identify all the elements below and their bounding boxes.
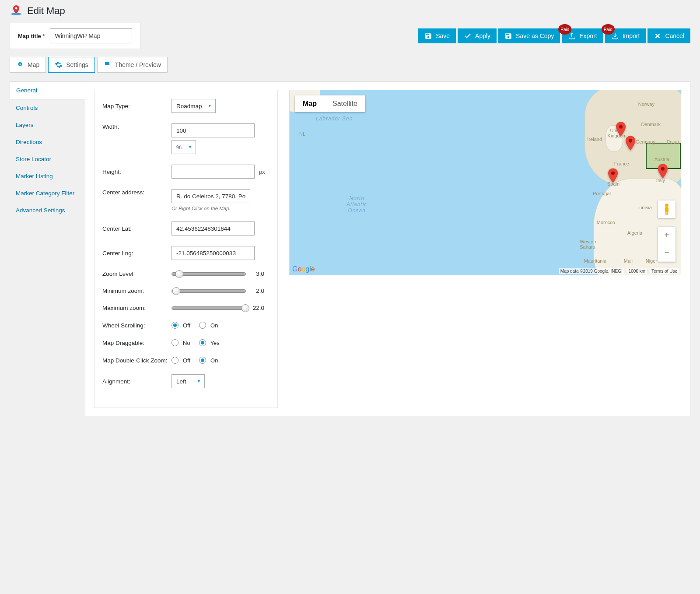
center-address-input[interactable]: [172, 189, 250, 203]
label-austria: Austria: [654, 157, 669, 162]
map-marker-icon[interactable]: [608, 168, 618, 183]
google-logo: Google: [292, 265, 315, 273]
width-unit-select[interactable]: %: [172, 140, 196, 154]
draggable-yes-radio[interactable]: [199, 339, 206, 346]
draggable-label: Map Draggable:: [102, 340, 172, 346]
map-title-label: Map title *: [18, 33, 45, 39]
label-denmark: Denmark: [641, 122, 661, 127]
paid-badge: Paid: [602, 24, 615, 35]
wheel-scrolling-on-radio[interactable]: [199, 322, 206, 329]
wheel-scrolling-off-radio[interactable]: [172, 322, 178, 329]
map-type-map-button[interactable]: Map: [295, 95, 325, 112]
svg-rect-10: [667, 212, 668, 215]
tab-settings[interactable]: Settings: [48, 57, 95, 73]
flag-icon: [104, 61, 112, 69]
map-marker-icon[interactable]: [658, 164, 668, 179]
app-icon: [10, 4, 23, 18]
label-algeria: Algeria: [627, 230, 642, 235]
zoom-in-button[interactable]: +: [658, 227, 676, 244]
settings-sidebar: General Controls Layers Directions Store…: [10, 81, 85, 416]
svg-point-2: [20, 63, 21, 65]
map-marker-icon[interactable]: [616, 122, 626, 137]
max-zoom-slider[interactable]: [172, 306, 246, 310]
save-icon: [424, 32, 432, 40]
label-ireland: Ireland: [587, 137, 602, 142]
label-western-sahara: Western Sahara: [580, 239, 598, 250]
pegman-icon[interactable]: [658, 200, 676, 218]
map-attribution: Map data ©2019 Google, INEGI: [559, 268, 624, 274]
required-indicator: *: [42, 33, 45, 39]
import-button[interactable]: Paid Import: [605, 28, 646, 43]
center-address-hint: Or Right Click on the Map.: [172, 206, 231, 211]
label-poland: Polan: [667, 139, 679, 144]
dblclick-off-radio[interactable]: [172, 357, 178, 364]
zoom-out-button[interactable]: −: [658, 244, 676, 262]
tab-theme[interactable]: Theme / Preview: [97, 57, 168, 73]
sidebar-item-directions[interactable]: Directions: [10, 134, 85, 151]
pin-icon: [16, 61, 24, 69]
label-tunisia: Tunisia: [637, 205, 652, 210]
export-button[interactable]: Paid Export: [562, 28, 603, 43]
wheel-scrolling-label: Wheel Scrolling:: [102, 322, 172, 329]
center-lat-label: Center Lat:: [102, 225, 172, 232]
save-as-copy-button[interactable]: Save as Copy: [498, 28, 560, 43]
map-title-input[interactable]: [50, 28, 132, 43]
dblclick-on-radio[interactable]: [199, 357, 206, 364]
label-morocco: Morocco: [597, 220, 615, 225]
check-icon: [464, 32, 472, 40]
sidebar-item-marker-category-filter[interactable]: Marker Category Filter: [10, 185, 85, 202]
zoom-level-value: 3.0: [251, 271, 264, 277]
apply-button[interactable]: Apply: [458, 28, 497, 43]
sidebar-item-controls[interactable]: Controls: [10, 99, 85, 116]
max-zoom-label: Maximum zoom:: [102, 305, 172, 311]
alignment-label: Alignment:: [102, 378, 172, 385]
svg-point-3: [619, 125, 623, 128]
min-zoom-slider[interactable]: [172, 289, 246, 293]
zoom-level-slider[interactable]: [172, 272, 246, 276]
label-portugal: Portugal: [593, 191, 611, 196]
min-zoom-label: Minimum zoom:: [102, 288, 172, 294]
height-input[interactable]: [172, 165, 255, 179]
label-mauritania: Mauritania: [584, 258, 606, 264]
map-preview[interactable]: Map Satellite Labrador Sea North Atlanti…: [289, 90, 681, 275]
sidebar-item-advanced-settings[interactable]: Advanced Settings: [10, 202, 85, 219]
height-unit: px: [259, 169, 265, 175]
dblclick-zoom-label: Map Double-Click Zoom:: [102, 357, 172, 364]
svg-point-6: [661, 167, 665, 170]
label-niger: Niger: [646, 258, 657, 264]
map-terms[interactable]: Terms of Use: [650, 268, 679, 274]
sidebar-item-general[interactable]: General: [10, 81, 85, 99]
width-input[interactable]: [172, 123, 255, 137]
save-copy-icon: [504, 32, 512, 40]
label-nl: NL: [299, 131, 305, 137]
width-label: Width:: [102, 123, 172, 130]
center-address-label: Center address:: [102, 189, 172, 196]
zoom-control: + −: [658, 227, 676, 262]
label-labrador-sea: Labrador Sea: [316, 116, 353, 122]
sidebar-item-layers[interactable]: Layers: [10, 116, 85, 134]
label-germany: Germany: [636, 139, 655, 144]
map-marker-icon[interactable]: [626, 136, 635, 151]
svg-point-5: [611, 171, 615, 175]
map-title-wrap: Map title *: [10, 23, 140, 49]
min-zoom-value: 2.0: [251, 288, 264, 294]
sidebar-item-store-locator[interactable]: Store Locator: [10, 151, 85, 168]
settings-panel: Map Type: Roadmap Width: % Height:: [94, 90, 278, 408]
page-title: Edit Map: [27, 5, 65, 17]
draggable-no-radio[interactable]: [172, 339, 178, 346]
center-lat-input[interactable]: [172, 221, 255, 235]
save-button[interactable]: Save: [418, 28, 456, 43]
tab-map[interactable]: Map: [10, 57, 46, 73]
map-type-select[interactable]: Roadmap: [172, 99, 216, 113]
alignment-select[interactable]: Left: [172, 374, 205, 388]
center-lng-input[interactable]: [172, 246, 255, 260]
svg-point-4: [629, 139, 632, 142]
svg-point-7: [665, 204, 668, 207]
cancel-button[interactable]: Cancel: [648, 28, 690, 43]
svg-rect-8: [665, 207, 668, 212]
map-type-satellite-button[interactable]: Satellite: [325, 95, 365, 112]
map-scale: 1000 km: [627, 268, 647, 274]
label-north-atlantic: North Atlantic Ocean: [346, 195, 367, 214]
gear-icon: [55, 61, 63, 69]
sidebar-item-marker-listing[interactable]: Marker Listing: [10, 168, 85, 185]
